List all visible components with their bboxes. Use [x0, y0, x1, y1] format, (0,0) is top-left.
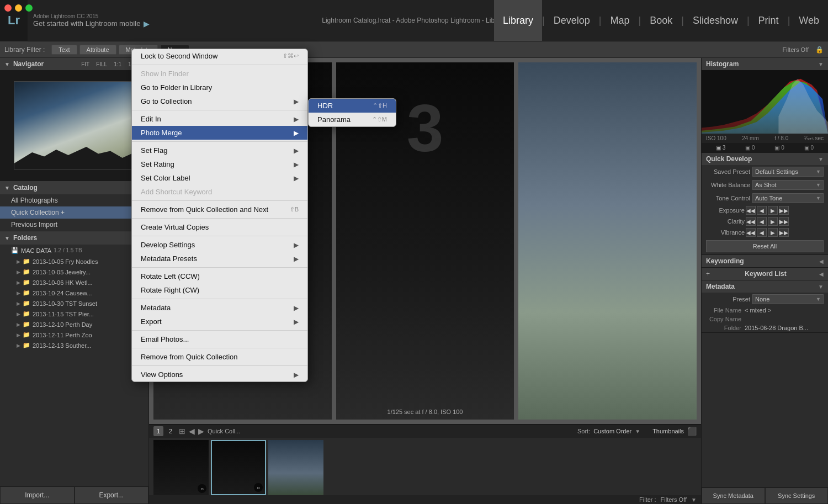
filter-dropdown-icon[interactable]: ▼ — [691, 497, 697, 503]
qd-exposure-inc[interactable]: ▶ — [768, 206, 778, 215]
folder-item[interactable]: ▶📁2013-11-15 TST Pier... — [0, 309, 148, 319]
metadata-arrow[interactable]: ▼ — [818, 284, 824, 290]
menu-set-rating[interactable]: Set Rating ▶ — [132, 157, 307, 171]
folder-item[interactable]: ▶📁2013-10-05 Fry Noodles — [0, 256, 148, 267]
metadata-copyname-val[interactable] — [745, 316, 824, 322]
thumbnails-slider-icon[interactable]: ⬛ — [687, 427, 697, 436]
mobile-prompt[interactable]: Get started with Lightroom mobile ▶ — [33, 19, 150, 28]
qd-tone-control[interactable]: Auto Tone ▼ — [752, 193, 824, 203]
qd-preset-dropdown[interactable]: ▼ — [816, 169, 821, 174]
qd-clarity-dec[interactable]: ◀ — [757, 217, 767, 226]
menu-metadata[interactable]: Metadata ▶ — [132, 301, 307, 315]
filter-text-btn[interactable]: Text — [51, 45, 77, 55]
catalog-previous-import[interactable]: Previous Import — [0, 219, 148, 231]
qd-reset-all[interactable]: Reset All — [706, 240, 824, 252]
sync-settings-button[interactable]: Sync Settings — [765, 487, 829, 504]
prev-arrow[interactable]: ◀ — [189, 427, 195, 436]
folder-item[interactable]: ▶📁2013-10-30 TST Sunset — [0, 298, 148, 309]
menu-view-options[interactable]: View Options ▶ — [132, 368, 307, 381]
qd-vibrance-dec[interactable]: ◀ — [757, 228, 767, 237]
menu-rotate-left[interactable]: Rotate Left (CCW) — [132, 269, 307, 283]
menu-export[interactable]: Export ▶ — [132, 315, 307, 328]
menu-go-to-folder[interactable]: Go to Folder in Library — [132, 81, 307, 94]
histogram-header[interactable]: Histogram ▼ — [702, 58, 828, 70]
menu-develop-settings[interactable]: Develop Settings ▶ — [132, 238, 307, 252]
mobile-arrow[interactable]: ▶ — [144, 19, 150, 28]
filter-value[interactable]: Filters Off — [661, 496, 687, 503]
qd-exposure-dec-dec[interactable]: ◀◀ — [746, 206, 756, 215]
maximize-button[interactable] — [25, 4, 33, 12]
filmstrip-thumb-1[interactable]: ○ — [153, 440, 209, 495]
qd-clarity-inc-inc[interactable]: ▶▶ — [779, 217, 789, 226]
nav-develop[interactable]: Develop — [545, 0, 599, 41]
menu-set-color-label[interactable]: Set Color Label ▶ — [132, 171, 307, 185]
metadata-preset-control[interactable]: None ▼ — [752, 294, 824, 304]
page-1[interactable]: 1 — [153, 426, 163, 436]
navigator-header[interactable]: ▼ Navigator FIT FILL 1:1 1:2 ▾ — [0, 58, 148, 70]
folder-item[interactable]: ▶📁2013-10-06 HK Wetl... — [0, 277, 148, 288]
menu-photo-merge[interactable]: Photo Merge ▶ — [132, 126, 307, 140]
keyword-list-header[interactable]: + Keyword List ◀ — [702, 268, 828, 280]
metadata-header[interactable]: Metadata ▼ — [702, 280, 828, 293]
nav-print[interactable]: Print — [750, 0, 788, 41]
menu-remove-quick-and-next[interactable]: Remove from Quick Collection and Next ⇧B — [132, 203, 307, 216]
nav-book[interactable]: Book — [641, 0, 681, 41]
histogram-arrow[interactable]: ▼ — [818, 61, 824, 67]
folder-item[interactable]: ▶📁2013-10-24 Causew... — [0, 288, 148, 298]
page-2[interactable]: 2 — [166, 426, 176, 436]
folders-header[interactable]: ▼ Folders — [0, 231, 148, 245]
close-button[interactable] — [4, 4, 12, 12]
nav-library[interactable]: Library — [494, 0, 542, 41]
zoom-fit-btn[interactable]: FIT — [79, 61, 91, 67]
lock-icon[interactable]: 🔒 — [815, 46, 824, 54]
qd-exposure-inc-inc[interactable]: ▶▶ — [779, 206, 789, 215]
sort-dropdown-icon[interactable]: ▼ — [635, 428, 640, 434]
metadata-filename-val[interactable]: < mixed > — [745, 307, 824, 314]
zoom-fill-btn[interactable]: FILL — [94, 61, 109, 67]
folder-item[interactable]: ▶📁2013-12-11 Perth Zoo — [0, 330, 148, 340]
photo-cell-3[interactable] — [518, 62, 697, 420]
minimize-button[interactable] — [15, 4, 22, 12]
folder-item[interactable]: ▶📁2013-12-13 Souther... — [0, 340, 148, 351]
qd-clarity-inc[interactable]: ▶ — [768, 217, 778, 226]
qd-arrow[interactable]: ▼ — [818, 156, 824, 162]
menu-metadata-presets[interactable]: Metadata Presets ▶ — [132, 252, 307, 266]
qd-wb-dropdown[interactable]: ▼ — [816, 182, 821, 188]
nav-web[interactable]: Web — [790, 0, 828, 41]
folder-item[interactable]: ▶📁2013-12-10 Perth Day — [0, 319, 148, 330]
qd-saved-preset-control[interactable]: Default Settings ▼ — [752, 167, 824, 177]
folder-item[interactable]: ▶📁2013-10-05 Jewelry... — [0, 267, 148, 277]
catalog-all-photos[interactable]: All Photographs 7 — [0, 194, 148, 206]
submenu-hdr[interactable]: HDR ⌃⇧H — [309, 99, 396, 113]
menu-set-flag[interactable]: Set Flag ▶ — [132, 144, 307, 157]
next-arrow[interactable]: ▶ — [198, 427, 204, 436]
menu-rotate-right[interactable]: Rotate Right (CW) — [132, 283, 307, 297]
filmstrip-thumb-3[interactable] — [268, 440, 323, 495]
grid-view-icon[interactable]: ⊞ — [179, 427, 185, 436]
qd-clarity-dec-dec[interactable]: ◀◀ — [746, 217, 756, 226]
keyword-list-arrow[interactable]: ◀ — [819, 271, 824, 277]
menu-edit-in[interactable]: Edit In ▶ — [132, 112, 307, 126]
zoom-1-1-btn[interactable]: 1:1 — [112, 61, 123, 67]
catalog-header[interactable]: ▼ Catalog — [0, 181, 148, 194]
sort-value[interactable]: Custom Order — [593, 428, 631, 434]
menu-lock-second-window[interactable]: Lock to Second Window ⇧⌘↩ — [132, 49, 307, 63]
filter-attribute-btn[interactable]: Attribute — [79, 45, 116, 55]
catalog-quick-collection[interactable]: Quick Collection + — [0, 206, 148, 219]
qd-tone-dropdown[interactable]: ▼ — [816, 195, 821, 201]
qd-exposure-dec[interactable]: ◀ — [757, 206, 767, 215]
keywording-header[interactable]: Keywording ◀ — [702, 255, 828, 267]
menu-email-photos[interactable]: Email Photos... — [132, 332, 307, 346]
nav-slideshow[interactable]: Slideshow — [684, 0, 747, 41]
qd-white-balance-control[interactable]: As Shot ▼ — [752, 180, 824, 190]
menu-create-virtual-copies[interactable]: Create Virtual Copies — [132, 220, 307, 234]
filmstrip-thumb-2[interactable]: ○ — [211, 440, 266, 495]
menu-go-to-collection[interactable]: Go to Collection ▶ — [132, 94, 307, 108]
submenu-panorama[interactable]: Panorama ⌃⇧M — [309, 113, 396, 126]
keywording-arrow[interactable]: ◀ — [819, 258, 824, 264]
menu-remove-from-quick-collection[interactable]: Remove from Quick Collection — [132, 350, 307, 364]
traffic-lights[interactable] — [4, 4, 33, 12]
import-button[interactable]: Import... — [0, 486, 75, 504]
export-button[interactable]: Export... — [75, 486, 149, 504]
qd-vibrance-dec-dec[interactable]: ◀◀ — [746, 228, 756, 237]
